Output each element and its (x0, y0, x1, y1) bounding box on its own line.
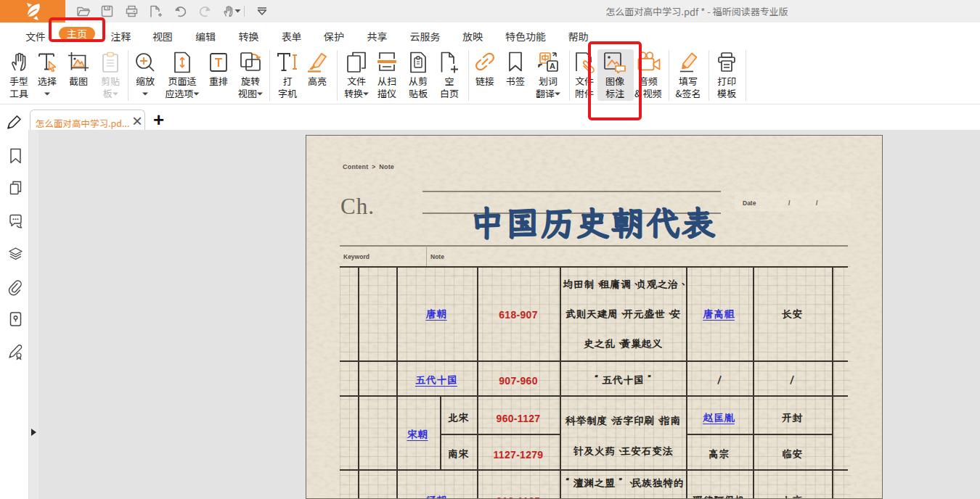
svg-text:A: A (550, 62, 555, 70)
